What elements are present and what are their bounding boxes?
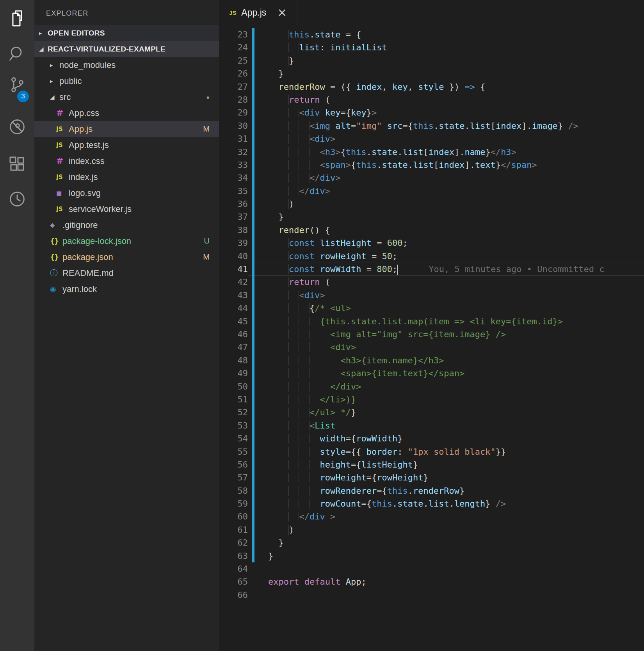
code-line-39[interactable]: 39 const listHeight = 600; bbox=[219, 237, 644, 249]
tree-file-App.js[interactable]: JSApp.jsM bbox=[34, 121, 219, 137]
line-number[interactable]: 26 bbox=[219, 67, 248, 80]
line-number[interactable]: 47 bbox=[219, 341, 248, 354]
line-number[interactable]: 64 bbox=[219, 562, 248, 575]
line-number[interactable]: 52 bbox=[219, 406, 248, 419]
line-number[interactable]: 61 bbox=[219, 523, 248, 536]
code-line-31[interactable]: 31 <div> bbox=[219, 132, 644, 145]
code-line-62[interactable]: 62 } bbox=[219, 536, 644, 549]
debug-disabled-icon[interactable] bbox=[8, 117, 27, 136]
code-line-56[interactable]: 56 height={listHeight} bbox=[219, 458, 644, 471]
open-editors-section[interactable]: ▸ OPEN EDITORS bbox=[34, 25, 219, 41]
close-icon[interactable]: × bbox=[277, 7, 287, 18]
code-line-52[interactable]: 52 </ul> */} bbox=[219, 406, 644, 419]
code-line-57[interactable]: 57 rowHeight={rowHeight} bbox=[219, 471, 644, 484]
line-number[interactable]: 41 bbox=[219, 263, 248, 276]
code-line-66[interactable]: 66 bbox=[219, 589, 644, 601]
code-line-25[interactable]: 25 } bbox=[219, 54, 644, 67]
code-line-40[interactable]: 40 const rowHeight = 50; bbox=[219, 250, 644, 263]
project-root-section[interactable]: ◢ REACT-VIRTUALIZED-EXAMPLE bbox=[34, 41, 219, 57]
line-number[interactable]: 57 bbox=[219, 471, 248, 484]
tree-file-logo.svg[interactable]: ■logo.svg bbox=[34, 185, 219, 201]
tree-file-.gitignore[interactable]: ◆.gitignore bbox=[34, 217, 219, 233]
line-number[interactable]: 62 bbox=[219, 536, 248, 549]
line-number[interactable]: 38 bbox=[219, 224, 248, 237]
code-line-47[interactable]: 47 <div> bbox=[219, 341, 644, 354]
code-line-50[interactable]: 50 </div> bbox=[219, 380, 644, 393]
line-number[interactable]: 66 bbox=[219, 589, 248, 601]
line-number[interactable]: 40 bbox=[219, 250, 248, 263]
code-line-30[interactable]: 30 <img alt="img" src={this.state.list[i… bbox=[219, 119, 644, 132]
code-line-46[interactable]: 46 <img alt="img" src={item.image} /> bbox=[219, 328, 644, 341]
code-line-42[interactable]: 42 return ( bbox=[219, 276, 644, 288]
tree-file-index.js[interactable]: JSindex.js bbox=[34, 169, 219, 185]
code-line-23[interactable]: 23 this.state = { bbox=[219, 28, 644, 41]
line-number[interactable]: 53 bbox=[219, 419, 248, 432]
code-line-59[interactable]: 59 rowCount={this.state.list.length} /> bbox=[219, 497, 644, 510]
line-number[interactable]: 58 bbox=[219, 484, 248, 497]
tree-file-package-lock.json[interactable]: {}package-lock.jsonU bbox=[34, 233, 219, 249]
line-number[interactable]: 37 bbox=[219, 210, 248, 223]
line-number[interactable]: 54 bbox=[219, 432, 248, 445]
tree-file-README.md[interactable]: ⓘREADME.md bbox=[34, 265, 219, 281]
tab-app-js[interactable]: JS App.js × bbox=[219, 0, 297, 25]
tree-folder-node_modules[interactable]: ▸node_modules bbox=[34, 57, 219, 73]
code-line-26[interactable]: 26 } bbox=[219, 67, 644, 80]
code-line-49[interactable]: 49 <span>{item.text}</span> bbox=[219, 367, 644, 380]
line-number[interactable]: 59 bbox=[219, 497, 248, 510]
code-line-24[interactable]: 24 list: initialList bbox=[219, 41, 644, 54]
code-line-32[interactable]: 32 <h3>{this.state.list[index].name}</h3… bbox=[219, 146, 644, 158]
line-number[interactable]: 45 bbox=[219, 315, 248, 328]
extensions-icon[interactable] bbox=[8, 155, 27, 173]
tree-file-serviceWorker.js[interactable]: JSserviceWorker.js bbox=[34, 201, 219, 217]
line-number[interactable]: 39 bbox=[219, 237, 248, 249]
code-line-33[interactable]: 33 <span>{this.state.list[index].text}</… bbox=[219, 158, 644, 171]
tree-folder-src[interactable]: ◢src● bbox=[34, 89, 219, 105]
tree-file-index.css[interactable]: #index.css bbox=[34, 153, 219, 169]
code-line-38[interactable]: 38 render() { bbox=[219, 224, 644, 237]
code-line-36[interactable]: 36 ) bbox=[219, 197, 644, 210]
line-number[interactable]: 55 bbox=[219, 445, 248, 458]
line-number[interactable]: 46 bbox=[219, 328, 248, 341]
line-number[interactable]: 31 bbox=[219, 132, 248, 145]
line-number[interactable]: 34 bbox=[219, 171, 248, 184]
line-number[interactable]: 43 bbox=[219, 289, 248, 302]
tree-folder-public[interactable]: ▸public bbox=[34, 73, 219, 89]
tree-file-App.test.js[interactable]: JSApp.test.js bbox=[34, 137, 219, 153]
line-number[interactable]: 24 bbox=[219, 41, 248, 54]
code-line-51[interactable]: 51 </li>)} bbox=[219, 393, 644, 406]
code-line-34[interactable]: 34 </div> bbox=[219, 171, 644, 184]
code-line-60[interactable]: 60 </div > bbox=[219, 510, 644, 523]
code-line-54[interactable]: 54 width={rowWidth} bbox=[219, 432, 644, 445]
explorer-icon[interactable] bbox=[8, 9, 27, 28]
search-icon[interactable] bbox=[8, 44, 27, 63]
code-line-65[interactable]: 65export default App; bbox=[219, 575, 644, 588]
tree-file-yarn.lock[interactable]: ◉yarn.lock bbox=[34, 281, 219, 297]
line-number[interactable]: 49 bbox=[219, 367, 248, 380]
code-editor[interactable]: 23 this.state = {24 list: initialList25 … bbox=[219, 25, 644, 651]
line-number[interactable]: 35 bbox=[219, 185, 248, 197]
tree-file-package.json[interactable]: {}package.jsonM bbox=[34, 249, 219, 265]
line-number[interactable]: 36 bbox=[219, 197, 248, 210]
line-number[interactable]: 56 bbox=[219, 458, 248, 471]
code-line-63[interactable]: 63} bbox=[219, 550, 644, 562]
code-line-35[interactable]: 35 </div> bbox=[219, 185, 644, 197]
line-number[interactable]: 60 bbox=[219, 510, 248, 523]
line-number[interactable]: 42 bbox=[219, 276, 248, 288]
line-number[interactable]: 30 bbox=[219, 119, 248, 132]
code-line-64[interactable]: 64 bbox=[219, 562, 644, 575]
code-line-55[interactable]: 55 style={{ border: "1px solid black"}} bbox=[219, 445, 644, 458]
code-line-41[interactable]: 41 const rowWidth = 800;You, 5 minutes a… bbox=[219, 263, 644, 276]
code-line-58[interactable]: 58 rowRenderer={this.renderRow} bbox=[219, 484, 644, 497]
line-number[interactable]: 23 bbox=[219, 28, 248, 41]
line-number[interactable]: 65 bbox=[219, 575, 248, 588]
code-line-37[interactable]: 37 } bbox=[219, 210, 644, 223]
line-number[interactable]: 63 bbox=[219, 550, 248, 562]
code-line-48[interactable]: 48 <h3>{item.name}</h3> bbox=[219, 354, 644, 367]
line-number[interactable]: 29 bbox=[219, 106, 248, 119]
line-number[interactable]: 27 bbox=[219, 80, 248, 93]
code-line-44[interactable]: 44 {/* <ul> bbox=[219, 302, 644, 315]
line-number[interactable]: 44 bbox=[219, 302, 248, 315]
line-number[interactable]: 28 bbox=[219, 93, 248, 106]
code-line-29[interactable]: 29 <div key={key}> bbox=[219, 106, 644, 119]
line-number[interactable]: 33 bbox=[219, 158, 248, 171]
